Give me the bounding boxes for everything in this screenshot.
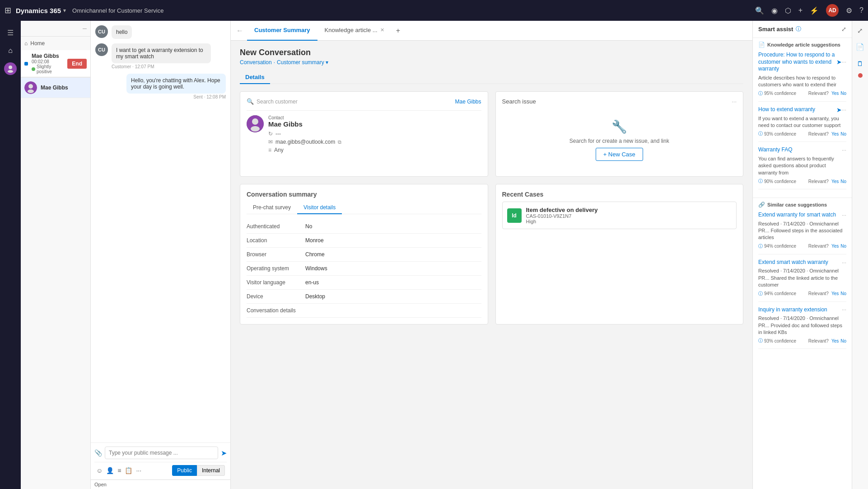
sa-case-3-dots[interactable]: ··· [842,306,846,313]
left-sidebar: ☰ ⌂ [0,21,21,489]
sa-case-3-yes[interactable]: Yes [831,339,839,343]
sa-case-3-title[interactable]: Inquiry in warranty extension [758,306,842,314]
contact-info: Contact Mae Gibbs ↻ --- ✉ mae.gibbs@outl… [268,115,481,155]
grid-icon[interactable]: ⊞ [5,5,11,15]
sa-article-2-send[interactable]: ➤ [836,106,842,113]
hamburger-icon[interactable]: ☰ [2,24,19,41]
sa-case-1-no[interactable]: No [840,244,846,249]
tab-knowledge-article[interactable]: Knowledge article ... ✕ [317,21,392,41]
sa-article-2-no[interactable]: No [840,132,846,136]
home-nav-item[interactable]: ⌂ Home [21,37,90,50]
app-name: Omnichannel for Customer Service [72,7,163,14]
sa-ka-section: 📄 Knowledge article suggestions Procedur… [753,38,852,197]
sa-expand-icon[interactable]: ⤢ [841,26,846,33]
emoji-icon[interactable]: ☺ [96,467,103,474]
chart-icon[interactable]: ◉ [771,6,778,15]
breadcrumb-summary[interactable]: Customer summary ▾ [277,59,328,66]
rs-expand-icon[interactable]: ⤢ [854,24,867,37]
recent-case-item[interactable]: Id Item defective on delivery CAS-01010-… [502,202,737,229]
person-icon[interactable]: 👤 [106,467,114,474]
new-case-button[interactable]: + New Case [596,148,643,161]
notes-icon[interactable]: 📋 [125,467,132,474]
chat-toolbar: ☺ 👤 ≡ 📋 ··· Public Internal [94,462,227,476]
customer-link[interactable]: Mae Gibbs [455,99,481,105]
rs-notes-icon[interactable]: 🗒 [854,57,867,70]
copy-icon[interactable]: ⧉ [338,139,341,145]
sa-case-3: Inquiry in warranty extension ··· Resolv… [758,306,846,349]
tab-customer-summary[interactable]: Customer Summary [247,21,317,41]
send-button[interactable]: ➤ [221,449,227,457]
sa-case-1-dots[interactable]: ··· [842,212,846,218]
contact-email-field: ✉ mae.gibbs@outlook.com ⧉ [268,139,481,145]
avatar[interactable]: AD [826,4,839,17]
tab-add-icon[interactable]: + [392,27,405,35]
issue-dots[interactable]: ··· [732,98,737,105]
breadcrumb-conv[interactable]: Conversation [240,59,272,66]
active-conv-bar: Mae Gibbs 00:02:08 Slightly positive End [21,50,90,77]
attach-icon[interactable]: 📎 [94,449,102,456]
sa-article-1-dots[interactable]: ··· [842,59,846,65]
back-button[interactable]: ← [233,27,247,35]
chat-input[interactable] [105,447,218,459]
chat-meta-warranty: Customer · 12:07 PM [112,64,211,69]
svg-point-1 [8,70,13,73]
sa-case-1-title[interactable]: Extend warranty for smart watch [758,212,842,219]
sa-article-2: How to extend warranty ➤ ··· If you want… [758,106,846,142]
brand-chevron-icon[interactable]: ▾ [63,8,66,14]
sa-article-1-yes[interactable]: Yes [831,91,839,96]
sa-info-icon[interactable]: ⓘ [796,25,801,33]
conv-list-item[interactable]: Mae Gibbs [21,78,90,98]
agent-icon[interactable] [2,61,19,77]
sa-case-1-yes[interactable]: Yes [831,244,839,249]
sa-article-1-no[interactable]: No [840,91,846,96]
details-tab[interactable]: Details [240,71,270,84]
conv-item-info: Mae Gibbs [41,85,87,91]
svg-point-3 [28,84,33,89]
contact-segment-field: ≡ Any [268,147,481,153]
sa-article-1-title[interactable]: Procedure: How to respond to a customer … [758,52,836,73]
sa-article-3-title[interactable]: Warranty FAQ [758,146,842,154]
os-label: Operating system [247,265,305,272]
sa-article-1-send[interactable]: ➤ [836,58,842,66]
rs-ka-icon[interactable]: 📄 [854,41,867,53]
customer-avatar-cu1: CU [95,25,108,38]
customer-card: 🔍 Search customer Mae Gibbs Contact Mae … [240,91,488,177]
help-icon[interactable]: ? [859,6,863,14]
sa-case-3-footer: ⓘ 93% confidence Relevant? Yes No [758,338,846,344]
more-icon[interactable]: ··· [136,467,141,474]
sa-case-3-desc: Resolved · 7/14/2020 · Omnichannel PR...… [758,315,846,336]
segment-icon: ≡ [268,147,271,153]
sa-article-2-title[interactable]: How to extend warranty [758,106,836,113]
conv-item-name: Mae Gibbs [41,85,87,91]
sa-case-2-dots[interactable]: ··· [842,259,846,266]
summary-tab-prechat[interactable]: Pre-chat survey [247,202,297,214]
filter-icon[interactable]: ⚡ [810,6,819,15]
tab-close-icon[interactable]: ✕ [380,27,384,33]
sa-article-3-dots[interactable]: ··· [842,147,846,153]
chat-message-row: CU hello [95,25,226,39]
sa-case-2-yes[interactable]: Yes [831,291,839,296]
browser-label: Browser [247,251,305,258]
device-value: Desktop [305,293,325,300]
settings-icon[interactable]: ⚙ [846,6,852,15]
list-icon[interactable]: ≡ [117,467,121,474]
sa-article-2-dots[interactable]: ··· [842,107,846,113]
sa-article-2-yes[interactable]: Yes [831,132,839,136]
summary-tab-visitor[interactable]: Visitor details [297,202,342,214]
public-button[interactable]: Public [172,465,197,476]
issue-empty-text: Search for or create a new issue, and li… [569,138,669,144]
sa-article-3-no[interactable]: No [840,179,846,184]
location-icon[interactable]: ⬡ [785,6,791,15]
internal-button[interactable]: Internal [197,465,225,476]
sa-case-2-title[interactable]: Extend smart watch warranty [758,259,842,266]
sa-case-2-no[interactable]: No [840,291,846,296]
sa-case-3-relevant-label: Relevant? [808,339,829,343]
search-customer-label[interactable]: Search customer [257,99,452,105]
search-icon[interactable]: 🔍 [755,6,764,15]
home-icon[interactable]: ⌂ [2,42,19,59]
minimize-icon[interactable]: – [83,24,87,33]
plus-icon[interactable]: + [798,6,803,14]
sa-case-3-no[interactable]: No [840,339,846,343]
end-button[interactable]: End [67,59,87,69]
sa-article-3-yes[interactable]: Yes [831,179,839,184]
